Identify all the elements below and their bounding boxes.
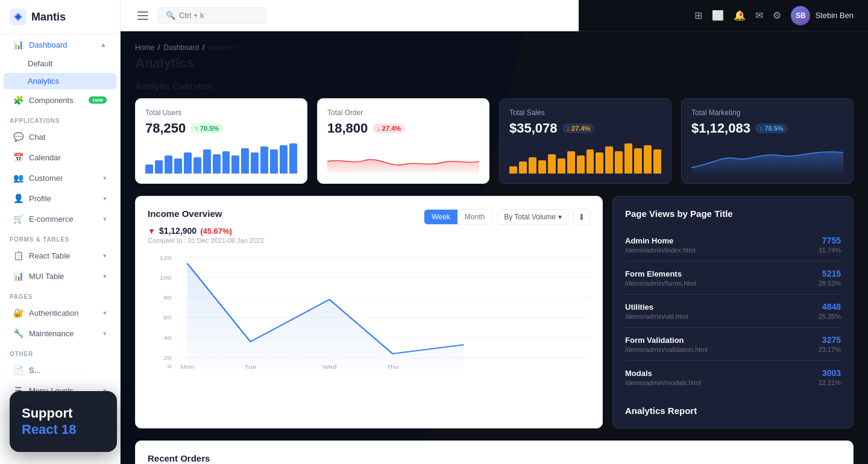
income-compare: Compare to : 01 Dec 2021-08 Jan 2022 (148, 237, 264, 244)
pv-count: 3275 (819, 335, 841, 345)
avatar: SB (791, 6, 810, 25)
menu-toggle-button[interactable] (135, 9, 151, 22)
chevron-down-icon-3: ▾ (103, 215, 107, 223)
search-input[interactable] (179, 11, 251, 20)
chat-icon: 💬 (13, 132, 23, 142)
pv-count: 7755 (819, 236, 841, 245)
bar (289, 143, 297, 174)
sidebar-item-mui-table[interactable]: 📊 MUI Table ▾ (4, 266, 116, 286)
other-section-label: Other (0, 343, 120, 360)
hamburger-line (137, 11, 148, 13)
support-popup[interactable]: Support React 18 (10, 391, 117, 452)
svg-text:0: 0 (168, 363, 172, 369)
pv-pct: 28.53% (819, 280, 841, 287)
bar (529, 157, 536, 174)
sidebar-item-profile[interactable]: 👤 Profile ▾ (4, 189, 116, 208)
breadcrumb-current: Analytics (208, 43, 237, 52)
stat-orders-value: 18,800 ↓ 27.4% (327, 121, 479, 136)
pv-page-name: Utilities (625, 303, 688, 312)
dashboard-icon: 📊 (13, 40, 23, 49)
analytics-report-title: Analytics Report (625, 406, 841, 416)
week-button[interactable]: Week (424, 210, 457, 224)
sidebar-item-components[interactable]: 🧩 Components new (4, 90, 116, 110)
month-button[interactable]: Month (458, 210, 492, 224)
breadcrumb-home[interactable]: Home (135, 43, 154, 52)
breadcrumb-parent[interactable]: Dashboard (163, 43, 199, 52)
search-box[interactable]: 🔍 (158, 7, 266, 24)
download-button[interactable]: ⬇ (573, 208, 590, 225)
sidebar-item-react-table[interactable]: 📋 React Table ▾ (4, 246, 116, 265)
two-col-layout: Income Overview ▼ $1,12,900 (45.67%) Com… (135, 196, 854, 428)
pv-page-name: Modals (625, 369, 701, 378)
sidebar-item-customer-label: Customer (29, 174, 63, 183)
sidebar-item-sample[interactable]: 📄 S... (4, 360, 116, 380)
bar (193, 157, 201, 174)
bar (270, 149, 278, 174)
apps-icon[interactable]: ⊞ (694, 10, 702, 21)
bar (538, 160, 546, 174)
search-icon: 🔍 (166, 11, 175, 20)
svg-text:Wed: Wed (322, 364, 336, 369)
sidebar-item-dashboard[interactable]: 📊 Dashboard ▲ (4, 35, 116, 54)
pv-right: 5215 28.53% (819, 269, 841, 287)
chevron-up-icon: ▲ (100, 41, 107, 48)
content-area: Home / Dashboard / Analytics Analytics A… (121, 31, 868, 464)
stat-marketing-label: Total Marketing (691, 108, 843, 117)
hamburger-line-3 (137, 19, 148, 20)
settings-icon[interactable]: ⚙ (773, 10, 781, 21)
page-views-title: Page Views by Page Title (625, 208, 841, 219)
user-info[interactable]: SB Stebin Ben (791, 6, 854, 25)
auth-icon: 🔐 (13, 308, 23, 318)
sidebar-logo[interactable]: Mantis (0, 0, 120, 34)
sample-icon: 📄 (13, 365, 23, 375)
sidebar-item-customer[interactable]: 👥 Customer ▾ (4, 168, 116, 187)
svg-text:Mon: Mon (180, 364, 194, 369)
sidebar-item-chat[interactable]: 💬 Chat (4, 127, 116, 146)
stat-card-users: Total Users 78,250 ↑ 70.5% (135, 98, 307, 184)
screen-icon[interactable]: ⬜ (712, 10, 724, 21)
chevron-down-icon-7: ▾ (103, 330, 107, 337)
mui-table-icon: 📊 (13, 271, 23, 281)
react-table-icon: 📋 (13, 251, 23, 260)
bar (653, 149, 661, 174)
stat-sales-value: $35,078 ↓ 27.4% (509, 121, 661, 136)
income-overview-title: Income Overview (148, 208, 264, 219)
sidebar-item-ecommerce[interactable]: 🛒 E-commerce ▾ (4, 209, 116, 228)
sidebar-sub-default[interactable]: Default (4, 55, 116, 72)
bar (251, 152, 259, 174)
mail-icon[interactable]: ✉ (755, 10, 763, 21)
bar (203, 149, 211, 174)
sidebar-sub-analytics[interactable]: Analytics (4, 73, 116, 89)
ecommerce-icon: 🛒 (13, 214, 23, 224)
bar (587, 149, 594, 174)
chevron-down-icon-select: ▾ (558, 213, 562, 221)
header-left: 🔍 (121, 0, 579, 31)
sidebar-item-calendar[interactable]: 📅 Calendar (4, 148, 116, 167)
bar (260, 146, 268, 174)
stat-sales-label: Total Sales (509, 108, 661, 117)
stat-marketing-value: $1,12,083 ↑ 70.5% (691, 121, 843, 136)
notification-icon[interactable]: 🔔 (734, 10, 746, 21)
chevron-down-icon-2: ▾ (103, 195, 107, 202)
pv-url: /demo/admin/forms.html (625, 280, 696, 287)
app-name: Mantis (31, 11, 66, 24)
volume-select[interactable]: By Total Volume ▾ (497, 209, 568, 225)
chevron-down-icon: ▾ (103, 174, 107, 182)
new-badge: new (89, 96, 107, 104)
bar (241, 148, 249, 174)
bar (280, 145, 288, 174)
sidebar-item-maintenance[interactable]: 🔧 Maintenance ▾ (4, 324, 116, 343)
main-area: 🔍 ⊞ ⬜ 🔔 ✉ ⚙ SB Stebin Ben Home / (121, 0, 868, 464)
page-views-list: Admin Home /demo/admin/index.html 7755 3… (625, 228, 841, 393)
sidebar-sub-analytics-label: Analytics (28, 77, 59, 86)
stat-marketing-chart (691, 143, 843, 174)
pv-count: 5215 (819, 269, 841, 278)
bar (596, 152, 603, 174)
notification-badge (738, 12, 743, 17)
page-view-item: Form Validation /demo/admin/validation.h… (625, 328, 841, 361)
pv-url: /demo/admin/index.html (625, 246, 696, 254)
bar (213, 154, 221, 174)
bar (634, 148, 642, 174)
sidebar-item-authentication[interactable]: 🔐 Authentication ▾ (4, 303, 116, 322)
breadcrumb-sep-2: / (203, 43, 204, 52)
